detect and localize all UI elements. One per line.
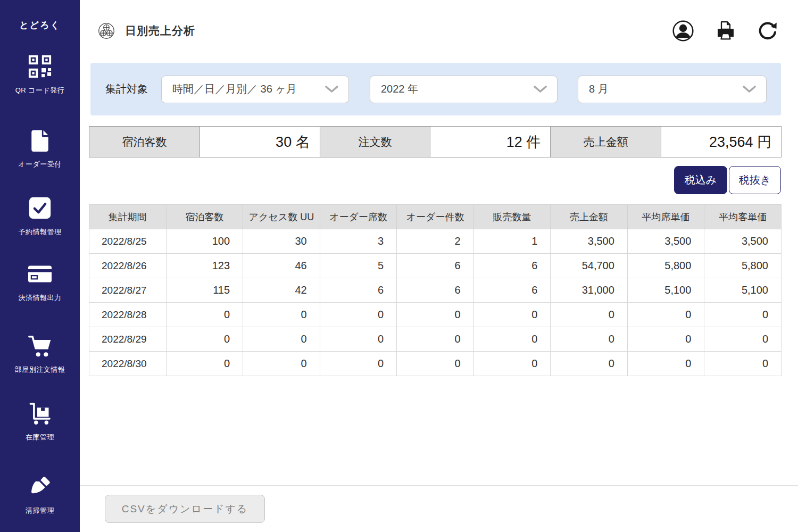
printer-icon[interactable]	[715, 21, 736, 40]
col-header-sales-amount: 売上金額	[551, 205, 628, 229]
value-cell: 6	[473, 278, 551, 303]
value-cell: 3	[320, 229, 397, 254]
summary-sales-value: 23,564 円	[661, 127, 781, 157]
table-row: 2022/8/2900000000	[89, 327, 782, 352]
tax-excluded-button[interactable]: 税抜き	[729, 166, 781, 194]
col-header-guests: 宿泊客数	[166, 205, 243, 229]
period-cell: 2022/8/25	[89, 229, 167, 254]
sidebar-item-label: オーダー受付	[0, 160, 80, 169]
page-header: 日別売上分析	[80, 0, 798, 61]
daily-sales-table: 集計期間 宿泊客数 アクセス数 UU オーダー席数 オーダー件数 販売数量 売上…	[89, 204, 782, 376]
filter-panel: 集計対象 時間／日／月別／ 36 ヶ月 2022 年 8 月	[90, 63, 781, 115]
col-header-order-seats: オーダー席数	[320, 205, 397, 229]
brand-logo-text: とどろく	[0, 19, 80, 31]
value-cell: 46	[243, 254, 320, 278]
sidebar-item-reservation-management[interactable]: 予約情報管理	[0, 195, 80, 237]
summary-guests-value: 30 名	[200, 127, 320, 157]
value-cell: 0	[397, 303, 474, 327]
col-header-avg-guest-price: 平均客単価	[704, 205, 782, 229]
value-cell: 3,500	[627, 229, 704, 254]
value-cell: 0	[551, 327, 628, 352]
qr-code-icon	[0, 53, 80, 80]
value-cell: 5	[320, 254, 397, 278]
sidebar-item-label: 清掃管理	[0, 506, 80, 516]
period-type-value: 時間／日／月別／ 36 ヶ月	[172, 82, 297, 96]
sidebar-item-order-reception[interactable]: オーダー受付	[0, 127, 80, 169]
table-body: 2022/8/25100303213,5003,5003,5002022/8/2…	[89, 229, 782, 376]
value-cell: 0	[243, 352, 320, 376]
value-cell: 0	[473, 303, 551, 327]
credit-card-icon	[0, 261, 80, 287]
col-header-sales-qty: 販売数量	[473, 205, 551, 229]
month-dropdown[interactable]: 8 月	[578, 76, 767, 103]
cart-icon	[0, 332, 80, 359]
sidebar-item-label: 決済情報出力	[0, 293, 80, 303]
summary-sales-label: 売上金額	[550, 127, 661, 157]
value-cell: 0	[473, 327, 551, 352]
col-header-order-count: オーダー件数	[397, 205, 474, 229]
value-cell: 42	[243, 278, 320, 303]
month-value: 8 月	[589, 82, 609, 96]
table-row: 2022/8/3000000000	[89, 352, 782, 376]
year-dropdown[interactable]: 2022 年	[370, 76, 558, 103]
csv-download-button[interactable]: CSVをダウンロードする	[105, 495, 265, 523]
value-cell: 6	[473, 254, 551, 278]
sidebar-item-label: 予約情報管理	[0, 227, 80, 237]
value-cell: 0	[551, 303, 628, 327]
col-header-avg-seat-price: 平均席単価	[627, 205, 704, 229]
main-content: 日別売上分析	[80, 0, 798, 532]
sidebar-item-room-orders[interactable]: 部屋別注文情報	[0, 332, 80, 375]
value-cell: 54,700	[551, 254, 628, 278]
value-cell: 0	[627, 303, 704, 327]
value-cell: 0	[166, 352, 243, 376]
value-cell: 0	[166, 303, 243, 327]
checkbox-icon	[0, 195, 80, 221]
period-cell: 2022/8/30	[89, 352, 167, 376]
period-cell: 2022/8/28	[89, 303, 167, 327]
value-cell: 0	[320, 352, 397, 376]
sidebar-item-inventory-management[interactable]: 在庫管理	[0, 400, 80, 442]
tax-included-button[interactable]: 税込み	[674, 166, 727, 194]
value-cell: 5,100	[704, 278, 782, 303]
summary-orders-value: 12 件	[430, 127, 550, 157]
sidebar-item-cleaning-management[interactable]: 清掃管理	[0, 473, 80, 516]
value-cell: 6	[320, 278, 397, 303]
value-cell: 0	[704, 352, 782, 376]
sidebar-item-payment-export[interactable]: 決済情報出力	[0, 261, 80, 303]
chevron-down-icon	[325, 85, 339, 94]
sidebar-item-label: 部屋別注文情報	[0, 365, 80, 375]
chevron-down-icon	[533, 85, 547, 94]
tax-toggle: 税込み 税抜き	[674, 166, 781, 194]
value-cell: 3,500	[551, 229, 628, 254]
brush-icon	[0, 473, 80, 500]
sidebar-item-qr-code[interactable]: QR コード発行	[0, 53, 80, 95]
value-cell: 30	[243, 229, 320, 254]
summary-guests-label: 宿泊客数	[89, 127, 200, 157]
col-header-access-uu: アクセス数 UU	[243, 205, 320, 229]
period-cell: 2022/8/27	[89, 278, 167, 303]
value-cell: 0	[704, 303, 782, 327]
sidebar: とどろく QR コード発行 オーダ	[0, 0, 80, 532]
refresh-icon[interactable]	[758, 21, 778, 41]
document-icon	[0, 127, 80, 154]
app-logo-icon	[97, 22, 115, 40]
period-cell: 2022/8/26	[89, 254, 167, 278]
table-row: 2022/8/2800000000	[89, 303, 782, 327]
summary-orders-label: 注文数	[320, 127, 430, 157]
value-cell: 0	[627, 327, 704, 352]
value-cell: 0	[243, 303, 320, 327]
value-cell: 0	[704, 327, 782, 352]
period-cell: 2022/8/29	[89, 327, 167, 352]
value-cell: 0	[166, 327, 243, 352]
value-cell: 3,500	[704, 229, 782, 254]
value-cell: 115	[166, 278, 243, 303]
value-cell: 0	[320, 327, 397, 352]
period-type-dropdown[interactable]: 時間／日／月別／ 36 ヶ月	[161, 76, 349, 103]
value-cell: 6	[397, 254, 474, 278]
value-cell: 0	[473, 352, 551, 376]
value-cell: 0	[627, 352, 704, 376]
value-cell: 5,800	[704, 254, 782, 278]
user-avatar-icon[interactable]	[672, 20, 694, 41]
table-header-row: 集計期間 宿泊客数 アクセス数 UU オーダー席数 オーダー件数 販売数量 売上…	[89, 205, 782, 229]
value-cell: 0	[397, 352, 474, 376]
